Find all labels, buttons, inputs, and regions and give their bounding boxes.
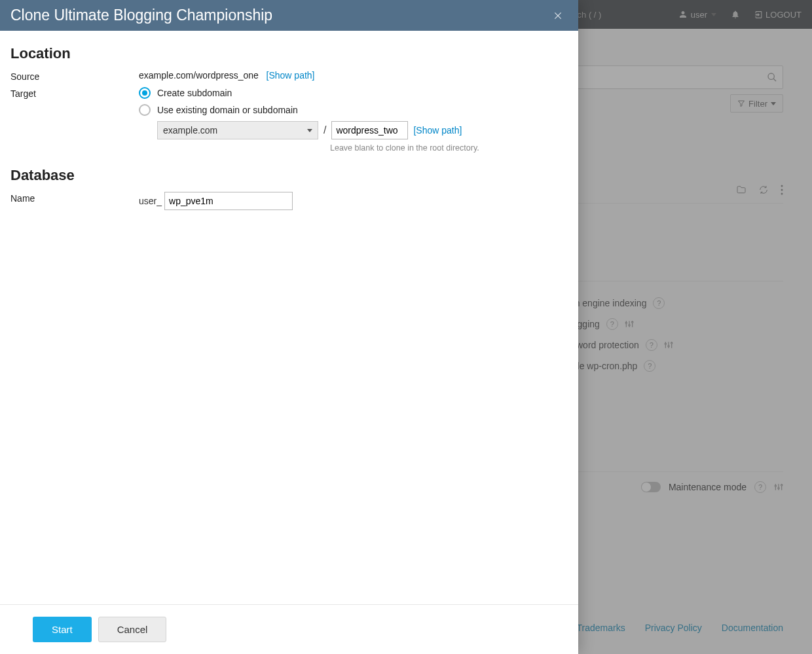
location-heading: Location bbox=[10, 45, 568, 62]
show-path-link-source[interactable]: [Show path] bbox=[267, 70, 315, 81]
start-button[interactable]: Start bbox=[33, 617, 92, 642]
clone-modal: Clone Ultimate Blogging Championship Loc… bbox=[0, 0, 578, 654]
domain-select-value: example.com bbox=[163, 125, 217, 136]
radio-create-subdomain[interactable]: Create subdomain bbox=[139, 87, 568, 99]
domain-select[interactable]: example.com bbox=[157, 121, 318, 139]
modal-title: Clone Ultimate Blogging Championship bbox=[10, 7, 548, 24]
target-hint: Leave blank to clone in the root directo… bbox=[330, 143, 568, 153]
radio-create-label: Create subdomain bbox=[157, 88, 232, 98]
dbname-label: Name bbox=[10, 192, 139, 204]
source-value: example.com/wordpress_one bbox=[139, 70, 259, 81]
close-icon bbox=[553, 11, 563, 20]
modal-header: Clone Ultimate Blogging Championship bbox=[0, 0, 578, 31]
source-value-wrap: example.com/wordpress_one [Show path] bbox=[139, 70, 568, 81]
target-label: Target bbox=[10, 87, 139, 99]
chevron-down-icon bbox=[307, 129, 312, 132]
dbname-prefix: user_ bbox=[139, 196, 162, 206]
radio-icon-checked bbox=[139, 87, 151, 99]
target-row: Target Create subdomain Use existing dom… bbox=[10, 87, 568, 153]
database-heading: Database bbox=[10, 167, 568, 184]
modal-body: Location Source example.com/wordpress_on… bbox=[0, 31, 578, 604]
path-separator: / bbox=[323, 124, 326, 136]
target-field: Create subdomain Use existing domain or … bbox=[139, 87, 568, 153]
subdomain-input[interactable] bbox=[331, 121, 408, 139]
target-controls: example.com / [Show path] bbox=[157, 121, 568, 139]
cancel-button[interactable]: Cancel bbox=[98, 617, 167, 642]
dbname-input[interactable] bbox=[164, 192, 293, 210]
source-label: Source bbox=[10, 70, 139, 82]
radio-existing-label: Use existing domain or subdomain bbox=[157, 105, 298, 115]
radio-icon-unchecked bbox=[139, 104, 151, 116]
dbname-field: user_ bbox=[139, 192, 568, 210]
source-row: Source example.com/wordpress_one [Show p… bbox=[10, 70, 568, 82]
radio-existing-domain[interactable]: Use existing domain or subdomain bbox=[139, 104, 568, 116]
dbname-row: Name user_ bbox=[10, 192, 568, 210]
close-button[interactable] bbox=[548, 9, 568, 23]
modal-footer: Start Cancel bbox=[0, 604, 578, 654]
show-path-link-target[interactable]: [Show path] bbox=[413, 125, 462, 136]
